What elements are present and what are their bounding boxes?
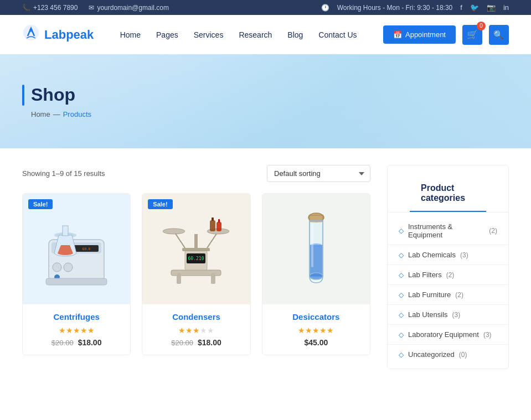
category-count: (2): [455, 291, 463, 299]
svg-rect-24: [218, 219, 220, 222]
product-image-wrap-desiccators: [262, 194, 370, 304]
product-info-desiccators: Desiccators ★★★★★ $45.00: [262, 304, 370, 355]
svg-rect-22: [212, 217, 214, 221]
product-card-centrifuges[interactable]: Sale! 60.0: [22, 193, 131, 355]
svg-text:60.0: 60.0: [83, 247, 91, 251]
category-item-instruments[interactable]: ◇ Instruments & Equipment (2): [388, 217, 508, 245]
twitter-icon[interactable]: 🐦: [470, 3, 479, 12]
appointment-button[interactable]: 📅 Appointment: [383, 25, 456, 44]
top-bar: 📞 +123 456 7890 ✉ yourdomain@gmail.com 🕐…: [0, 0, 531, 15]
header-actions: 📅 Appointment 🛒 0 🔍: [383, 25, 509, 45]
breadcrumb-home[interactable]: Home: [31, 110, 50, 118]
product-image-wrap-condensers: Sale! 60.210: [142, 194, 250, 304]
nav-research[interactable]: Research: [239, 30, 272, 39]
category-label: Laboratory Equipment: [408, 330, 479, 339]
search-button[interactable]: 🔍: [489, 25, 509, 45]
category-icon: ◇: [399, 271, 404, 279]
price-row-centrifuges: $20.00 $18.00: [30, 338, 122, 347]
original-price-centrifuges: $20.00: [51, 339, 74, 347]
svg-rect-27: [211, 273, 215, 284]
single-price-desiccators: $45.00: [304, 338, 328, 347]
nav-contact[interactable]: Contact Us: [318, 30, 357, 39]
stars-desiccators: ★★★★★: [270, 326, 362, 335]
sale-price-condensers: $18.00: [198, 338, 221, 347]
results-count: Showing 1–9 of 15 results: [22, 169, 105, 178]
nav-pages[interactable]: Pages: [156, 30, 178, 39]
svg-point-8: [53, 263, 61, 272]
search-icon: 🔍: [493, 30, 504, 40]
product-image-wrap: Sale! 60.0: [23, 194, 130, 304]
category-count: (3): [452, 311, 461, 319]
category-label: Lab Chemicals: [408, 251, 456, 259]
category-label: Uncategorized: [408, 350, 455, 359]
product-name-desiccators: Desiccators: [270, 312, 362, 322]
instagram-icon[interactable]: 📷: [487, 3, 496, 12]
hero-banner: Shop Home — Products: [0, 54, 531, 148]
product-name-condensers: Condensers: [150, 312, 242, 322]
product-card-condensers[interactable]: Sale! 60.210: [142, 193, 250, 355]
linkedin-icon[interactable]: in: [503, 3, 509, 12]
hero-content: Shop Home — Products: [22, 85, 91, 118]
hours-icon: 🕐: [321, 4, 329, 12]
category-count: (0): [459, 351, 467, 359]
category-list: ◇ Instruments & Equipment (2) ◇ Lab Chem…: [388, 212, 508, 369]
category-count: (2): [446, 271, 455, 279]
category-item-chemicals[interactable]: ◇ Lab Chemicals (3): [388, 245, 508, 265]
svg-text:60.210: 60.210: [188, 256, 204, 261]
logo-text: Labpeak: [44, 28, 94, 42]
phone-number: +123 456 7890: [33, 4, 78, 12]
category-item-filters[interactable]: ◇ Lab Filters (2): [388, 265, 508, 285]
product-image-desiccators: [262, 194, 370, 304]
category-item-lab-equipment[interactable]: ◇ Laboratory Equipment (3): [388, 325, 508, 345]
cart-button[interactable]: 🛒 0: [462, 25, 482, 45]
nav-blog[interactable]: Blog: [287, 30, 303, 39]
product-image-condensers: 60.210: [142, 194, 250, 304]
header: Labpeak Home Pages Services Research Blo…: [0, 15, 531, 54]
svg-rect-25: [194, 234, 198, 251]
sort-select[interactable]: Default sorting Sort by popularity Sort …: [267, 165, 370, 182]
main-nav: Home Pages Services Research Blog Contac…: [120, 30, 357, 39]
phone-icon: 📞: [22, 4, 30, 12]
category-label: Instruments & Equipment: [408, 222, 484, 239]
svg-rect-7: [63, 226, 68, 236]
product-image-centrifuges: 60.0: [23, 194, 130, 304]
svg-point-19: [163, 229, 185, 234]
price-row-condensers: $20.00 $18.00: [150, 338, 242, 347]
category-icon: ◇: [399, 251, 404, 259]
product-info-centrifuges: Centrifuges ★★★★★ $20.00 $18.00: [23, 304, 130, 355]
logo[interactable]: Labpeak: [22, 24, 94, 45]
widget-header: Product categories: [388, 165, 508, 212]
email-address: yourdomain@gmail.com: [97, 4, 169, 12]
category-item-furniture[interactable]: ◇ Lab Furniture (2): [388, 285, 508, 305]
stars-centrifuges: ★★★★★: [30, 326, 122, 335]
svg-point-9: [64, 263, 73, 272]
category-item-uncategorized[interactable]: ◇ Uncategorized (0): [388, 345, 508, 364]
category-item-utensils[interactable]: ◇ Lab Utensils (3): [388, 305, 508, 325]
svg-rect-35: [311, 223, 313, 267]
svg-rect-21: [210, 220, 215, 231]
breadcrumb-current: Products: [63, 110, 91, 118]
top-bar-right: 🕐 Working Hours - Mon - Fri: 9:30 - 18:3…: [321, 3, 509, 12]
cart-badge: 0: [477, 22, 486, 30]
sale-badge-centrifuges: Sale!: [28, 199, 53, 209]
top-bar-left: 📞 +123 456 7890 ✉ yourdomain@gmail.com: [22, 4, 169, 12]
sale-price-centrifuges: $18.00: [78, 338, 102, 347]
category-label: Lab Filters: [408, 271, 442, 279]
sidebar: Product categories ◇ Instruments & Equip…: [387, 165, 509, 369]
email-icon: ✉: [89, 4, 94, 12]
nav-home[interactable]: Home: [120, 30, 141, 39]
category-count: (3): [460, 251, 468, 259]
category-count: (3): [483, 331, 492, 339]
email-info: ✉ yourdomain@gmail.com: [89, 4, 169, 12]
original-price-condensers: $20.00: [171, 339, 193, 347]
category-icon: ◇: [399, 291, 404, 299]
svg-point-1: [29, 29, 33, 32]
nav-services[interactable]: Services: [194, 30, 224, 39]
logo-icon: [22, 24, 40, 45]
sale-badge-condensers: Sale!: [148, 199, 172, 209]
category-icon: ◇: [399, 351, 404, 359]
facebook-icon[interactable]: f: [460, 3, 462, 12]
main-content: Showing 1–9 of 15 results Default sortin…: [0, 148, 531, 391]
product-card-desiccators[interactable]: Desiccators ★★★★★ $45.00: [262, 193, 370, 355]
phone-info: 📞 +123 456 7890: [22, 4, 78, 12]
